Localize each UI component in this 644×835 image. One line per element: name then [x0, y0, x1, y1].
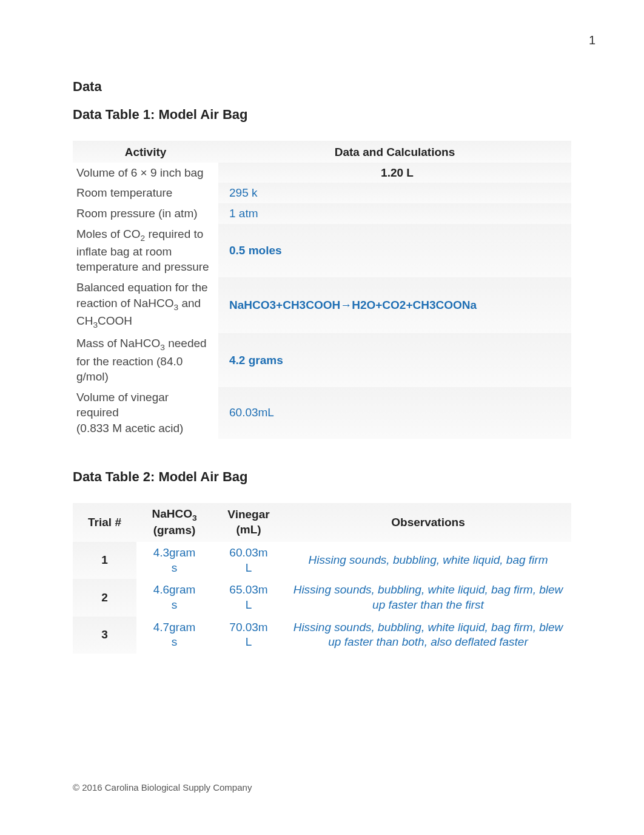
- t1-label: Moles of CO2 required to inflate bag at …: [73, 224, 218, 278]
- table2-header-row: Trial # NaHCO3 (grams) Vinegar (mL) Obse…: [73, 503, 571, 542]
- t1-label: Balanced equation for the reaction of Na…: [73, 277, 218, 333]
- table1-head-activity: Activity: [73, 141, 218, 163]
- table1-head-data: Data and Calculations: [218, 141, 571, 163]
- t2-nahco3: 4.6grams: [136, 579, 212, 616]
- table-row: 1 4.3grams 60.03mL Hissing sounds, bubbl…: [73, 542, 571, 579]
- table-row: Room pressure (in atm) 1 atm: [73, 203, 571, 224]
- t2-head-obs: Observations: [285, 503, 571, 542]
- section-heading: Data: [73, 79, 571, 95]
- t2-head-vinegar: Vinegar (mL): [212, 503, 285, 542]
- t2-trial: 1: [73, 542, 136, 579]
- t2-nahco3: 4.7grams: [136, 617, 212, 654]
- data-table-2: Trial # NaHCO3 (grams) Vinegar (mL) Obse…: [73, 503, 571, 654]
- t1-value: 4.2 grams: [218, 333, 571, 387]
- t1-value: 295 k: [218, 183, 571, 203]
- t1-value: 0.5 moles: [218, 224, 571, 278]
- table1-header-row: Activity Data and Calculations: [73, 141, 571, 163]
- t2-head-trial: Trial #: [73, 503, 136, 542]
- table1-title: Data Table 1: Model Air Bag: [73, 107, 571, 123]
- table-row: Mass of NaHCO3 needed for the reaction (…: [73, 333, 571, 387]
- table-row: Balanced equation for the reaction of Na…: [73, 277, 571, 333]
- t2-trial: 2: [73, 579, 136, 616]
- t2-obs: Hissing sounds, bubbling, white liquid, …: [285, 617, 571, 654]
- t1-value: 60.03mL: [218, 387, 571, 439]
- t2-nahco3: 4.3grams: [136, 542, 212, 579]
- t1-value: NaHCO3+CH3COOH→H2O+CO2+CH3COONa: [218, 277, 571, 333]
- t2-vinegar: 60.03mL: [212, 542, 285, 579]
- t1-label: Volume of 6 × 9 inch bag: [73, 163, 218, 183]
- t1-label: Room temperature: [73, 183, 218, 203]
- t1-label: Mass of NaHCO3 needed for the reaction (…: [73, 333, 218, 387]
- table-row: Volume of vinegar required(0.833 M aceti…: [73, 387, 571, 439]
- t2-obs: Hissing sounds, bubbling, white liquid, …: [285, 542, 571, 579]
- t1-label: Room pressure (in atm): [73, 203, 218, 224]
- t1-label: Volume of vinegar required(0.833 M aceti…: [73, 387, 218, 439]
- t2-vinegar: 70.03mL: [212, 617, 285, 654]
- table-row: Volume of 6 × 9 inch bag 1.20 L: [73, 163, 571, 183]
- table-row: 2 4.6grams 65.03mL Hissing sounds, bubbl…: [73, 579, 571, 616]
- table-row: Room temperature 295 k: [73, 183, 571, 203]
- t2-head-nahco3: NaHCO3 (grams): [136, 503, 212, 542]
- page-number: 1: [589, 33, 595, 47]
- t2-obs: Hissing sounds, bubbling, white liquid, …: [285, 579, 571, 616]
- t1-value: 1 atm: [218, 203, 571, 224]
- copyright-footer: © 2016 Carolina Biological Supply Compan…: [73, 782, 252, 793]
- t2-vinegar: 65.03mL: [212, 579, 285, 616]
- t2-trial: 3: [73, 617, 136, 654]
- table2-title: Data Table 2: Model Air Bag: [73, 469, 571, 485]
- table-row: 3 4.7grams 70.03mL Hissing sounds, bubbl…: [73, 617, 571, 654]
- data-table-1: Activity Data and Calculations Volume of…: [73, 141, 571, 439]
- t1-value: 1.20 L: [218, 163, 571, 183]
- table-row: Moles of CO2 required to inflate bag at …: [73, 224, 571, 278]
